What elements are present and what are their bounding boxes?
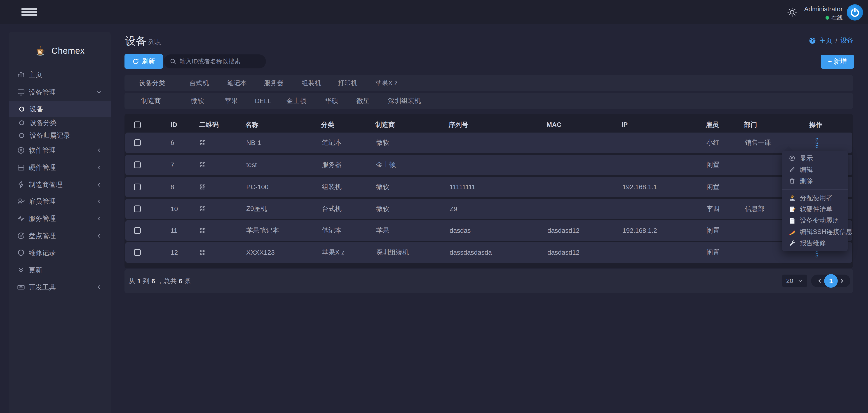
person-icon <box>789 195 796 201</box>
sidebar-item-manufacturer-management[interactable]: 制造商管理 <box>9 177 111 192</box>
cell-employee: 小红 <box>707 132 719 153</box>
select-all-checkbox[interactable] <box>134 122 141 128</box>
writing-hand-icon <box>789 228 796 235</box>
sidebar-item-dev-tools[interactable]: 开发工具 <box>9 280 111 295</box>
qr-code-icon[interactable] <box>200 140 206 146</box>
cell-id: 11 <box>170 220 177 241</box>
page-size-select[interactable]: 20 <box>782 275 807 287</box>
category-filter-bar: 设备分类 台式机 笔记本 服务器 组装机 打印机 苹果X z <box>124 75 853 91</box>
menu-item-report-repair[interactable]: 报告维修 <box>782 237 848 249</box>
breadcrumb-current[interactable]: 设备 <box>840 36 854 45</box>
qr-code-icon[interactable] <box>200 206 206 212</box>
filter-manufacturer-option[interactable]: 华硕 <box>325 93 338 109</box>
table-row[interactable]: 11 苹果笔记本 笔记本 苹果 dasdas dasdasd12 192.168… <box>125 220 852 241</box>
current-page-button[interactable]: 1 <box>824 274 838 288</box>
menu-item-delete[interactable]: 删除 <box>782 176 848 187</box>
user-info[interactable]: Administrator 在线 <box>773 5 843 22</box>
sidebar-item-device-management[interactable]: 设备管理 <box>9 85 111 100</box>
cell-employee: 李四 <box>707 199 719 219</box>
sidebar-item-inventory-management[interactable]: 盘点管理 <box>9 228 111 243</box>
row-checkbox[interactable] <box>134 227 141 234</box>
sidebar-item-label: 设备管理 <box>29 88 56 97</box>
filter-category-option[interactable]: 台式机 <box>189 75 209 91</box>
sidebar-item-home[interactable]: 主页 <box>9 67 111 82</box>
menu-item-assign-user[interactable]: 分配使用者 <box>782 192 848 204</box>
table-row[interactable]: 7 test 服务器 金士顿 闲置 <box>125 155 852 175</box>
sidebar-item-label: 主页 <box>29 70 42 80</box>
cell-category: 服务器 <box>322 155 342 175</box>
sidebar-item-service-management[interactable]: 服务管理 <box>9 211 111 226</box>
chevrons-down-icon <box>17 266 25 274</box>
cell-category: 笔记本 <box>322 132 342 153</box>
table-footer: 从1 到6 ，总共6 条 20 1 <box>124 269 853 293</box>
table-row[interactable]: 12 XXXX123 苹果X z 深圳组装机 dassdasdasda dasd… <box>125 242 852 263</box>
filter-manufacturer-option[interactable]: 深圳组装机 <box>388 93 421 109</box>
filter-category-option[interactable]: 苹果X z <box>375 75 398 91</box>
disc-icon <box>17 147 25 154</box>
qr-code-icon[interactable] <box>200 184 206 190</box>
manufacturer-filter-bar: 制造商 微软 苹果 DELL 金士顿 华硕 微星 深圳组装机 <box>124 93 853 109</box>
cell-manufacturer: 微软 <box>376 199 389 219</box>
qr-code-icon[interactable] <box>200 228 206 233</box>
cell-name: test <box>246 155 257 175</box>
chemex-app: Administrator 在线 Chemex <box>0 0 868 413</box>
row-checkbox[interactable] <box>134 249 141 256</box>
sidebar-item-device-ownership[interactable]: 设备归属记录 <box>9 128 111 143</box>
row-actions-button[interactable] <box>815 138 818 148</box>
prev-page-button[interactable] <box>815 276 824 285</box>
table-row[interactable]: 6 NB-1 笔记本 微软 小红 销售一课 <box>125 132 852 153</box>
filter-manufacturer-option[interactable]: 金士顿 <box>286 93 306 109</box>
row-checkbox[interactable] <box>134 184 141 190</box>
refresh-button[interactable]: 刷新 <box>124 54 163 69</box>
power-avatar[interactable] <box>847 4 863 21</box>
filter-category-option[interactable]: 组装机 <box>302 75 321 91</box>
filter-category-option[interactable]: 服务器 <box>264 75 283 91</box>
filter-manufacturer-option[interactable]: 微软 <box>191 93 204 109</box>
sidebar-item-update[interactable]: 更新 <box>9 263 111 278</box>
filter-category-option[interactable]: 笔记本 <box>227 75 247 91</box>
search-input[interactable] <box>180 58 256 65</box>
qr-code-icon[interactable] <box>200 162 206 168</box>
filter-manufacturer-option[interactable]: 微星 <box>356 93 370 109</box>
menu-item-show[interactable]: 显示 <box>782 153 848 164</box>
brand-name: Chemex <box>52 46 85 56</box>
col-header-mac: MAC <box>547 118 561 132</box>
sidebar-item-label: 设备归属记录 <box>30 131 70 140</box>
breadcrumb-home-link[interactable]: 主页 <box>819 36 832 45</box>
table-row[interactable]: 8 PC-100 组装机 微软 11111111 192.168.1.1 闲置 <box>125 177 852 197</box>
circle-icon <box>19 120 25 126</box>
sidebar-item-device[interactable]: 设备 <box>9 101 111 117</box>
menu-item-software-hardware-list[interactable]: 软硬件清单 <box>782 204 848 215</box>
filter-manufacturer-option[interactable]: DELL <box>255 93 271 109</box>
page-size-value: 20 <box>786 277 793 285</box>
menu-item-edit[interactable]: 编辑 <box>782 164 848 176</box>
table-row[interactable]: 10 Z9座机 台式机 微软 Z9 李四 信息部 <box>125 199 852 219</box>
page-title: 设备 <box>125 34 147 48</box>
col-header-category: 分类 <box>321 118 334 132</box>
add-button[interactable]: + 新增 <box>821 55 854 69</box>
sidebar-item-software-management[interactable]: 软件管理 <box>9 143 111 158</box>
user-status: 在线 <box>826 14 843 22</box>
bar-chart-icon <box>17 71 25 78</box>
brand[interactable]: Chemex <box>9 41 111 61</box>
menu-item-edit-ssh[interactable]: 编辑SSH连接信息 <box>782 226 848 237</box>
sidebar-item-hardware-management[interactable]: 硬件管理 <box>9 160 111 175</box>
sidebar-item-repair-records[interactable]: 维修记录 <box>9 246 111 260</box>
chevron-left-icon <box>96 148 102 153</box>
qr-code-icon[interactable] <box>200 250 206 255</box>
menu-item-device-history[interactable]: 设备变动履历 <box>782 215 848 226</box>
search-icon <box>170 58 177 65</box>
row-checkbox[interactable] <box>134 205 141 212</box>
row-checkbox[interactable] <box>134 139 141 146</box>
eye-icon <box>789 155 796 162</box>
sidebar-item-label: 设备分类 <box>30 118 57 128</box>
row-checkbox[interactable] <box>134 161 141 168</box>
document-icon <box>789 217 796 224</box>
hamburger-menu-icon[interactable] <box>22 8 37 16</box>
sidebar-item-employee-management[interactable]: 雇员管理 <box>9 194 111 209</box>
filter-category-option[interactable]: 打印机 <box>338 75 358 91</box>
cell-manufacturer: 深圳组装机 <box>376 242 409 263</box>
sidebar-item-label: 硬件管理 <box>29 163 56 172</box>
next-page-button[interactable] <box>837 276 846 285</box>
filter-manufacturer-option[interactable]: 苹果 <box>225 93 238 109</box>
